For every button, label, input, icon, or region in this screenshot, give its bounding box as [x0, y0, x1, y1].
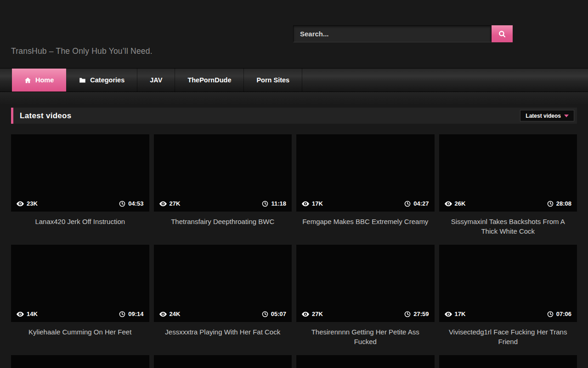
views-count: 14K [27, 310, 38, 317]
video-card[interactable]: 24K 05:07 Jessxxxtra Playing With Her Fa… [154, 245, 292, 355]
duration-stat: 04:27 [404, 200, 429, 207]
main-navbar: Home Categories JAV ThePornDude Porn Sit… [0, 68, 588, 92]
sort-dropdown-label: Latest videos [526, 113, 561, 119]
video-stats: 17K 04:27 [296, 196, 435, 212]
clock-icon [404, 311, 411, 317]
search-button[interactable] [492, 25, 513, 42]
video-thumbnail[interactable] [439, 355, 577, 368]
video-thumbnail[interactable]: 14K 09:14 [11, 245, 149, 322]
video-card[interactable]: 23K 04:53 Lanax420 Jerk Off Instruction [11, 134, 149, 245]
video-stats: 23K 04:53 [11, 196, 149, 212]
views-count: 27K [312, 310, 323, 317]
main-content: Latest videos Latest videos 23K [0, 108, 588, 368]
video-thumbnail[interactable]: 23K 04:53 [11, 134, 149, 212]
clock-icon [547, 201, 554, 207]
video-title[interactable]: Thetransfairy Deepthroating BWC [154, 212, 292, 245]
video-grid: 23K 04:53 Lanax420 Jerk Off Instruction [11, 134, 577, 368]
eye-icon [302, 201, 309, 207]
video-stats: 27K 27:59 [296, 306, 435, 322]
views-count: 17K [312, 200, 323, 207]
duration-stat: 27:59 [404, 310, 429, 317]
nav-item-categories[interactable]: Categories [67, 69, 137, 92]
nav-item-jav[interactable]: JAV [137, 69, 175, 92]
clock-icon [404, 201, 411, 207]
video-title[interactable]: Vivisectedg1rl Face Fucking Her Trans Fr… [439, 322, 577, 355]
video-card[interactable]: 27K 27:59 Thesirennnn Getting Her Petite… [296, 245, 435, 355]
page-header: TransHub – The Only Hub You’ll Need. [0, 0, 588, 68]
clock-icon [262, 201, 268, 207]
folder-icon [79, 77, 86, 84]
video-title[interactable]: Kyliehaale Cumming On Her Feet [11, 322, 149, 355]
video-stats: 27K 11:18 [154, 196, 292, 212]
views-stat: 26K [445, 200, 466, 207]
duration-stat: 11:18 [262, 200, 286, 207]
nav-item-theporndude[interactable]: ThePornDude [175, 69, 244, 92]
duration-value: 04:53 [128, 200, 143, 207]
video-thumbnail[interactable]: 17K 07:06 [439, 245, 577, 322]
views-stat: 27K [302, 310, 323, 317]
nav-item-label: Categories [90, 76, 124, 84]
video-card[interactable]: 27K 11:18 Thetransfairy Deepthroating BW… [154, 134, 292, 245]
video-stats: 17K 07:06 [439, 306, 577, 322]
navbar-shadow [0, 92, 588, 105]
video-stats: 24K 05:07 [154, 306, 292, 322]
views-stat: 17K [302, 200, 323, 207]
video-thumbnail[interactable] [11, 355, 149, 368]
clock-icon [119, 311, 125, 317]
caret-down-icon [564, 115, 569, 117]
nav-item-label: ThePornDude [187, 76, 231, 84]
duration-value: 04:27 [413, 200, 429, 207]
video-thumbnail[interactable]: 27K 27:59 [296, 245, 435, 322]
video-card[interactable] [11, 355, 149, 368]
video-card[interactable] [296, 355, 435, 368]
video-card[interactable] [154, 355, 292, 368]
video-card[interactable]: 17K 04:27 Femgape Makes BBC Extremely Cr… [296, 134, 435, 245]
duration-stat: 05:07 [262, 310, 286, 317]
video-card[interactable]: 26K 28:08 Sissymaxinl Takes Backshots Fr… [439, 134, 577, 245]
eye-icon [17, 311, 24, 317]
sort-dropdown-button[interactable]: Latest videos [520, 110, 574, 121]
home-icon [24, 77, 31, 84]
video-thumbnail[interactable] [154, 355, 292, 368]
video-thumbnail[interactable]: 26K 28:08 [439, 134, 577, 212]
video-thumbnail[interactable]: 17K 04:27 [296, 134, 435, 212]
duration-value: 07:06 [556, 310, 571, 317]
video-card[interactable] [439, 355, 577, 368]
views-stat: 24K [159, 310, 181, 317]
eye-icon [445, 311, 452, 317]
video-card[interactable]: 17K 07:06 Vivisectedg1rl Face Fucking He… [439, 245, 577, 355]
duration-value: 05:07 [271, 310, 286, 317]
duration-stat: 28:08 [547, 200, 571, 207]
nav-item-porn-sites[interactable]: Porn Sites [244, 69, 302, 92]
video-thumbnail[interactable]: 27K 11:18 [154, 134, 292, 212]
views-count: 24K [170, 310, 181, 317]
video-title[interactable]: Femgape Makes BBC Extremely Creamy [296, 212, 435, 245]
nav-item-home[interactable]: Home [12, 69, 66, 92]
views-stat: 17K [445, 310, 466, 317]
views-stat: 14K [17, 310, 38, 317]
views-stat: 23K [17, 200, 38, 207]
views-count: 17K [455, 310, 466, 317]
search-form [293, 25, 513, 42]
duration-value: 11:18 [271, 200, 286, 207]
video-card[interactable]: 14K 09:14 Kyliehaale Cumming On Her Feet [11, 245, 149, 355]
section-header: Latest videos Latest videos [11, 108, 577, 124]
video-thumbnail[interactable] [296, 355, 435, 368]
magnifier-icon [498, 30, 506, 38]
video-title[interactable]: Sissymaxinl Takes Backshots From A Thick… [439, 212, 577, 245]
eye-icon [159, 311, 167, 317]
video-thumbnail[interactable]: 24K 05:07 [154, 245, 292, 322]
eye-icon [302, 311, 309, 317]
video-title[interactable]: Lanax420 Jerk Off Instruction [11, 212, 149, 245]
duration-value: 28:08 [556, 200, 571, 207]
video-title[interactable]: Jessxxxtra Playing With Her Fat Cock [154, 322, 292, 355]
duration-stat: 07:06 [547, 310, 571, 317]
clock-icon [547, 311, 554, 317]
video-title[interactable]: Thesirennnn Getting Her Petite Ass Fucke… [296, 322, 435, 355]
clock-icon [262, 311, 268, 317]
duration-value: 09:14 [128, 310, 143, 317]
search-input[interactable] [293, 25, 492, 42]
duration-stat: 09:14 [119, 310, 143, 317]
nav-item-label: Home [35, 76, 54, 84]
site-tagline: TransHub – The Only Hub You’ll Need. [11, 46, 153, 56]
